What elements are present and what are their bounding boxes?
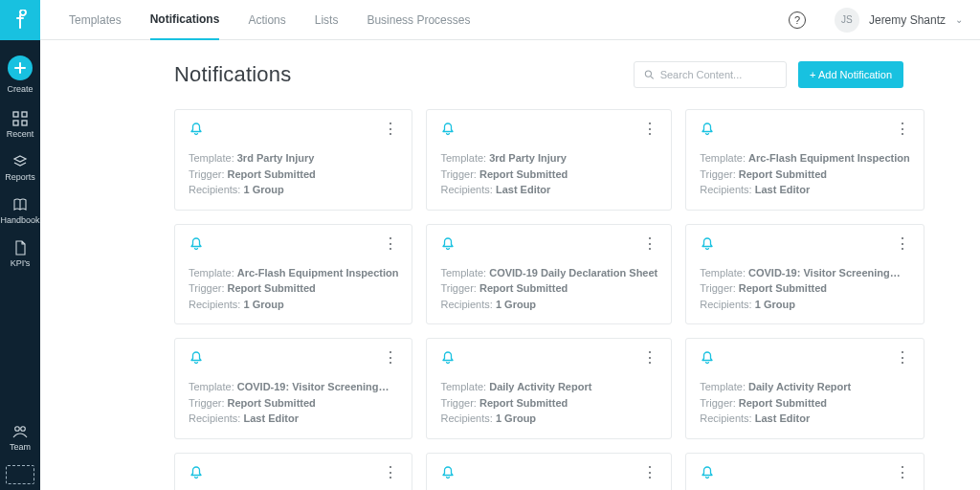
tab-actions[interactable]: Actions bbox=[248, 1, 285, 39]
label-template: Template: bbox=[700, 267, 748, 278]
bell-icon bbox=[440, 350, 456, 366]
help-icon[interactable]: ? bbox=[789, 11, 806, 29]
sidebar-item-label: Team bbox=[10, 442, 31, 452]
card-menu-icon[interactable]: ⋮ bbox=[895, 468, 910, 478]
notification-card[interactable]: ⋮Template: COVID-19 Daily Declaration Sh… bbox=[426, 224, 672, 325]
notification-card[interactable]: ⋮Template: Daily Activity ReportTrigger:… bbox=[426, 338, 672, 439]
svg-point-5 bbox=[21, 427, 26, 432]
bell-icon bbox=[189, 236, 204, 252]
search-icon bbox=[644, 69, 655, 80]
card-trigger: Report Submitted bbox=[739, 168, 827, 180]
bell-icon bbox=[440, 465, 456, 480]
card-template: COVID-19: Visitor Screening… bbox=[237, 381, 390, 392]
label-trigger: Trigger: bbox=[440, 397, 479, 409]
tab-templates[interactable]: Templates bbox=[69, 1, 122, 39]
bell-icon bbox=[700, 465, 715, 480]
svg-point-4 bbox=[15, 427, 20, 432]
sidebar-item-label: Recent bbox=[7, 129, 34, 139]
card-recipients: Last Editor bbox=[755, 412, 810, 424]
bell-icon bbox=[440, 236, 456, 252]
label-recipients: Recipients: bbox=[440, 299, 495, 310]
team-icon bbox=[11, 424, 29, 439]
notification-card[interactable]: ⋮Template: Dangerous SituationTrigger: R… bbox=[174, 453, 412, 491]
card-trigger: Report Submitted bbox=[228, 168, 316, 180]
card-menu-icon[interactable]: ⋮ bbox=[383, 124, 398, 134]
card-menu-icon[interactable]: ⋮ bbox=[895, 353, 910, 363]
card-template: 3rd Party Injury bbox=[489, 152, 567, 164]
card-recipients: Last Editor bbox=[755, 184, 810, 195]
card-trigger: Report Submitted bbox=[739, 282, 827, 294]
page-title: Notifications bbox=[174, 62, 291, 87]
svg-rect-1 bbox=[22, 112, 27, 117]
bell-icon bbox=[189, 122, 204, 137]
card-trigger: Report Submitted bbox=[479, 168, 568, 180]
user-name: Jeremy Shantz bbox=[869, 13, 946, 27]
card-menu-icon[interactable]: ⋮ bbox=[383, 468, 398, 478]
create-button[interactable] bbox=[8, 56, 33, 80]
search-box[interactable] bbox=[634, 61, 787, 88]
label-recipients: Recipients: bbox=[440, 412, 495, 424]
card-template: Arc-Flash Equipment Inspection bbox=[237, 267, 399, 278]
brand-logo[interactable] bbox=[0, 0, 40, 40]
sidebar-item-reports[interactable]: Reports bbox=[5, 146, 35, 189]
sidebar-item-handbook[interactable]: Handbook bbox=[0, 189, 39, 233]
card-menu-icon[interactable]: ⋮ bbox=[642, 124, 657, 134]
bell-icon bbox=[700, 350, 715, 366]
notification-card[interactable]: ⋮Template: Arc-Flash Equipment Inspectio… bbox=[174, 224, 412, 325]
card-recipients: 1 Group bbox=[496, 299, 536, 310]
card-menu-icon[interactable]: ⋮ bbox=[895, 239, 910, 249]
content-header: Notifications + Add Notification bbox=[174, 61, 903, 88]
label-template: Template: bbox=[189, 152, 237, 164]
notification-card[interactable]: ⋮Template: COVID-19: Visitor Screening…T… bbox=[174, 338, 412, 439]
sidebar-item-kpis[interactable]: KPI's bbox=[11, 233, 31, 276]
notification-card[interactable]: ⋮Template: COVID-19: Visitor Screening…T… bbox=[685, 224, 924, 325]
label-template: Template: bbox=[440, 267, 489, 278]
card-menu-icon[interactable]: ⋮ bbox=[642, 468, 657, 478]
notification-card[interactable]: ⋮Template: Daily Activity ReportTrigger:… bbox=[685, 338, 924, 439]
card-menu-icon[interactable]: ⋮ bbox=[383, 239, 398, 249]
card-menu-icon[interactable]: ⋮ bbox=[383, 353, 398, 363]
label-trigger: Trigger: bbox=[440, 168, 479, 180]
sidebar-item-team[interactable]: Team bbox=[10, 416, 31, 459]
card-template: Arc-Flash Equipment Inspection bbox=[748, 152, 910, 164]
avatar: JS bbox=[835, 8, 859, 33]
bell-icon bbox=[700, 122, 715, 137]
tab-lists[interactable]: Lists bbox=[315, 1, 339, 39]
sidebar-item-recent[interactable]: Recent bbox=[7, 103, 34, 146]
label-recipients: Recipients: bbox=[189, 412, 243, 424]
card-trigger: Report Submitted bbox=[479, 397, 568, 409]
user-menu[interactable]: JS Jeremy Shantz ⌄ bbox=[835, 8, 963, 33]
label-template: Template: bbox=[700, 381, 748, 392]
notification-card[interactable]: ⋮Template: Employee Injury ReportTrigger… bbox=[685, 453, 924, 491]
card-menu-icon[interactable]: ⋮ bbox=[642, 353, 657, 363]
svg-rect-0 bbox=[13, 112, 18, 117]
card-menu-icon[interactable]: ⋮ bbox=[642, 239, 657, 249]
label-recipients: Recipients: bbox=[700, 299, 754, 310]
chevron-down-icon: ⌄ bbox=[955, 14, 963, 25]
search-input[interactable] bbox=[660, 69, 776, 80]
bell-icon bbox=[440, 122, 456, 137]
notification-card[interactable]: ⋮Template: 3rd Party InjuryTrigger: Repo… bbox=[174, 109, 412, 211]
create-label: Create bbox=[7, 84, 33, 94]
bell-icon bbox=[189, 350, 204, 366]
notification-card[interactable]: ⋮Template: 3rd Party InjuryTrigger: Repo… bbox=[426, 109, 672, 211]
card-menu-icon[interactable]: ⋮ bbox=[895, 124, 910, 134]
sidebar-create[interactable]: Create bbox=[7, 40, 33, 103]
tab-notifications[interactable]: Notifications bbox=[150, 0, 220, 40]
label-recipients: Recipients: bbox=[189, 184, 243, 195]
label-trigger: Trigger: bbox=[700, 397, 739, 409]
left-sidebar: Create Recent Reports Handbook KPI's Tea… bbox=[0, 0, 40, 490]
logo-icon bbox=[12, 10, 28, 31]
notification-card[interactable]: ⋮Template: Arc-Flash Equipment Inspectio… bbox=[685, 109, 924, 211]
card-template: COVID-19 Daily Declaration Sheet bbox=[489, 267, 657, 278]
label-recipients: Recipients: bbox=[189, 299, 243, 310]
top-tabs: Templates Notifications Actions Lists Bu… bbox=[40, 0, 980, 40]
card-recipients: 1 Group bbox=[755, 299, 795, 310]
add-notification-button[interactable]: + Add Notification bbox=[798, 61, 903, 88]
tab-business-processes[interactable]: Business Processes bbox=[367, 1, 470, 39]
card-recipients: Last Editor bbox=[496, 184, 550, 195]
label-recipients: Recipients: bbox=[440, 184, 495, 195]
card-template: Daily Activity Report bbox=[748, 381, 851, 392]
selection-tool-icon[interactable] bbox=[6, 465, 34, 484]
notification-card[interactable]: ⋮Template: Dangerous SituationTrigger: R… bbox=[426, 453, 672, 491]
